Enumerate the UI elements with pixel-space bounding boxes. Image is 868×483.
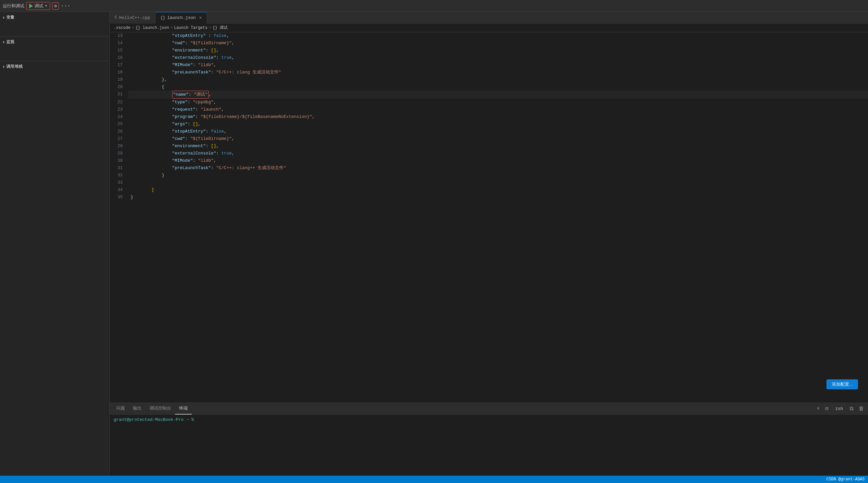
- chevron-down-icon: ∨: [3, 40, 5, 44]
- terminal-content[interactable]: grant@protected-MacBook-Pro ~ %: [110, 415, 868, 476]
- line-content: "request": "launch",: [128, 106, 868, 113]
- main-content: ∨ 变量 ∨ 监视 ∨ 调用堆栈 C He: [0, 12, 868, 476]
- line-content: },: [128, 76, 868, 84]
- variables-section-header[interactable]: ∨ 变量: [0, 13, 109, 22]
- cpp-file-icon: C: [115, 15, 117, 20]
- watch-section-header[interactable]: ∨ 监视: [0, 38, 109, 46]
- code-line-32: 32 }: [110, 172, 868, 179]
- tab-helloCpp[interactable]: C HelloC++.cpp: [110, 12, 156, 24]
- code-line-25: 25 "args": [],: [110, 121, 868, 128]
- tabs-bar: C HelloC++.cpp {} launch.json ×: [110, 12, 868, 24]
- shell-label: zsh: [832, 406, 846, 411]
- watch-label: 监视: [6, 39, 14, 45]
- code-line-23: 23 "request": "launch",: [110, 106, 868, 113]
- watch-section: ∨ 监视: [0, 36, 109, 61]
- line-content: "args": [],: [128, 121, 868, 128]
- breadcrumb-sep3: >: [209, 26, 211, 30]
- tab-close-icon[interactable]: ×: [199, 15, 202, 21]
- code-line-22: 22 "type": "cppdbg",: [110, 99, 868, 106]
- code-line-29: 29 "externalConsole": true,: [110, 150, 868, 157]
- code-line-15: 15 "environment": [],: [110, 47, 868, 54]
- top-toolbar: 运行和调试 调试 ▾ ⚙ ···: [0, 0, 868, 12]
- line-content: "stopAtEntry" : false,: [128, 32, 868, 39]
- line-content: "MIMode": "lldb",: [128, 157, 868, 164]
- gear-icon: ⚙: [54, 3, 57, 9]
- line-content: {: [128, 84, 868, 91]
- line-number: 28: [110, 142, 128, 150]
- chevron-down-icon: ∨: [3, 15, 5, 20]
- tab-label: HelloC++.cpp: [119, 15, 150, 20]
- breadcrumb-launch-json: {} launch.json: [135, 26, 169, 30]
- code-line-18: 18 "preLaunchTask": "C/C++: clang 生成活动文件…: [110, 69, 868, 76]
- line-number: 27: [110, 135, 128, 142]
- breadcrumb-sep1: >: [132, 26, 134, 30]
- code-line-19: 19 },: [110, 76, 868, 84]
- gear-button[interactable]: ⚙: [52, 2, 59, 10]
- line-number: 29: [110, 150, 128, 157]
- variables-label: 变量: [6, 14, 14, 20]
- code-line-16: 16 "externalConsole": true,: [110, 54, 868, 61]
- line-number: 32: [110, 172, 128, 179]
- status-bar: CSDN @grant-ADAS: [0, 476, 868, 483]
- editor-wrapper: C HelloC++.cpp {} launch.json × .vscode …: [110, 12, 868, 476]
- line-number: 19: [110, 76, 128, 84]
- panel-actions: + ⊟ zsh ⧉ 🗑: [815, 405, 865, 413]
- callstack-section-header[interactable]: ∨ 调用堆栈: [0, 62, 109, 71]
- code-line-28: 28 "environment": [],: [110, 142, 868, 150]
- callstack-label: 调用堆栈: [6, 64, 23, 69]
- tab-launchJson[interactable]: {} launch.json ×: [156, 12, 207, 24]
- line-content: ]: [128, 186, 868, 194]
- code-editor[interactable]: 13 "stopAtEntry" : false,14 "cwd": "${fi…: [110, 32, 868, 402]
- line-content: "MIMode": "lldb",: [128, 61, 868, 69]
- line-content: }: [128, 172, 868, 179]
- tab-label: launch.json: [167, 15, 196, 20]
- line-number: 26: [110, 128, 128, 135]
- line-content: "program": "${fileDirname}/${fileBasenam…: [128, 113, 868, 121]
- more-button[interactable]: ···: [61, 3, 70, 9]
- line-number: 17: [110, 61, 128, 69]
- panel-split-icon[interactable]: ⧉: [848, 405, 855, 413]
- line-content: "cwd": "${fileDirname}",: [128, 135, 868, 142]
- line-content: "stopAtEntry": false,: [128, 128, 868, 135]
- code-line-17: 17 "MIMode": "lldb",: [110, 61, 868, 69]
- play-icon: [29, 4, 33, 8]
- line-number: 24: [110, 113, 128, 121]
- line-number: 22: [110, 99, 128, 106]
- line-content: "externalConsole": true,: [128, 150, 868, 157]
- line-number: 13: [110, 32, 128, 39]
- line-number: 20: [110, 84, 128, 91]
- code-line-14: 14 "cwd": "${fileDirname}",: [110, 39, 868, 47]
- callstack-section: ∨ 调用堆栈: [0, 61, 109, 85]
- line-content: "name": "调试",: [128, 91, 868, 99]
- add-config-button[interactable]: 添加配置...: [827, 379, 858, 389]
- panel-trash-icon[interactable]: 🗑: [857, 405, 865, 413]
- line-number: 34: [110, 186, 128, 194]
- line-content: "preLaunchTask": "C/C++: clang 生成活动文件": [128, 69, 868, 76]
- code-line-26: 26 "stopAtEntry": false,: [110, 128, 868, 135]
- line-number: 14: [110, 39, 128, 47]
- code-line-33: 33: [110, 179, 868, 186]
- line-number: 16: [110, 54, 128, 61]
- code-line-30: 30 "MIMode": "lldb",: [110, 157, 868, 164]
- breadcrumb-launch-targets: Launch Targets: [174, 26, 208, 30]
- tab-terminal[interactable]: 终端: [175, 403, 192, 415]
- debug-run-button[interactable]: 调试 ▾: [26, 2, 50, 10]
- line-number: 21: [110, 91, 128, 98]
- debug-name-label: 调试: [35, 3, 43, 9]
- split-terminal-button[interactable]: ⊟: [824, 405, 830, 413]
- editor-area: C HelloC++.cpp {} launch.json × .vscode …: [110, 12, 868, 402]
- code-line-21: 21 "name": "调试",: [110, 91, 868, 99]
- breadcrumb-sep2: >: [170, 26, 173, 30]
- breadcrumb-vscode: .vscode: [114, 26, 130, 30]
- line-content: "environment": [],: [128, 47, 868, 54]
- csdn-label: CSDN @grant-ADAS: [827, 477, 865, 482]
- panel-tabs-bar: 问题 输出 调试控制台 终端 + ⊟ zsh ⧉ 🗑: [110, 403, 868, 415]
- breadcrumb: .vscode > {} launch.json > Launch Target…: [110, 24, 868, 32]
- breadcrumb-debug: {} 调试: [213, 25, 228, 31]
- code-line-27: 27 "cwd": "${fileDirname}",: [110, 135, 868, 142]
- watch-content: [0, 46, 109, 60]
- tab-debug-console[interactable]: 调试控制台: [146, 403, 175, 415]
- new-terminal-button[interactable]: +: [815, 405, 821, 412]
- tab-problems[interactable]: 问题: [112, 403, 129, 415]
- tab-output[interactable]: 输出: [129, 403, 146, 415]
